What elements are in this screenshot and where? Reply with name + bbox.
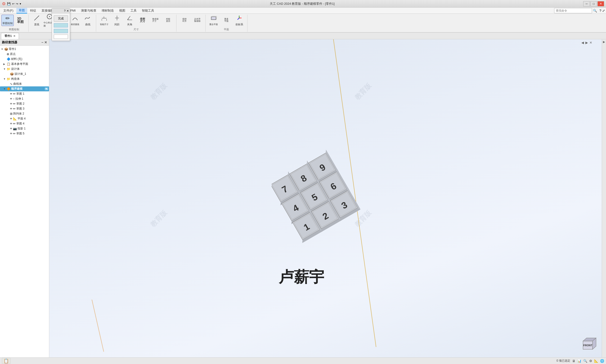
tree-item-array2[interactable]: ⊞ 阵列体 2 <box>0 111 49 116</box>
close-button[interactable]: ✕ <box>597 1 604 6</box>
coord-system-button[interactable]: 坐标系 <box>233 15 245 26</box>
remove-align-icon: 从对齐集移除 <box>194 18 201 22</box>
expand-icon[interactable]: ⤢ <box>602 9 605 13</box>
tree-item-extrude1[interactable]: 👁 ↑ 拉伸 1 <box>0 96 49 101</box>
tab-close-button[interactable]: ✕ <box>13 35 15 38</box>
tree-label-design-body-1: 设计体_1 <box>14 72 26 76</box>
toolbar-group-align: 保持对齐 从对齐集移除 <box>178 15 205 32</box>
search-icon[interactable]: 🔍 <box>593 9 597 13</box>
coord-dim-button[interactable]: 坐标尺寸 <box>136 15 149 26</box>
tree-item-sequential[interactable]: ▼ 🔶 顺序建模 ✎ <box>0 86 49 91</box>
tree-arrow: ▼ <box>3 78 7 80</box>
angle-coord-button[interactable]: 角坐标尺寸 <box>149 15 162 26</box>
tree-item-sketch3[interactable]: 👁 ✏ 草图 3 <box>0 106 49 111</box>
quick-undo[interactable]: ↩ <box>12 2 14 5</box>
angle-label: 夹角 <box>127 23 132 26</box>
toolbar-group-sketch: ✏ 草图绘制 3D草图 草图绘制 <box>1 15 29 32</box>
orientation-cube[interactable]: FRONT <box>579 335 595 350</box>
tree-item-curve-body[interactable]: ∿ 曲线体 <box>0 81 49 86</box>
keep-align-button[interactable]: 保持对齐 <box>178 15 191 26</box>
menu-feature[interactable]: 特征 <box>28 8 39 13</box>
search-input[interactable] <box>554 8 592 13</box>
tree-item-sketch2[interactable]: 👁 ✏ 草图 2 <box>0 101 49 106</box>
line-button[interactable]: 直线 <box>30 15 43 26</box>
tree-item-design-body-1[interactable]: 📦 设计体_1 <box>0 71 49 77</box>
remove-align-button[interactable]: 从对齐集移除 <box>191 15 203 26</box>
menu-sketch[interactable]: 草图 <box>16 8 27 13</box>
tree-item-plane4[interactable]: 👁 📐 平面 4 <box>0 116 49 121</box>
menu-view[interactable]: 视图 <box>117 8 128 13</box>
tree-item-origin[interactable]: ⊕ 原点 <box>0 52 49 57</box>
design-body-icon: 📁 <box>7 67 10 71</box>
sketch-draw-button[interactable]: ✏ 草图绘制 <box>1 15 14 26</box>
line-label: 直线 <box>34 23 39 26</box>
line-icon <box>33 15 40 22</box>
tab-part1[interactable]: 零件1 ✕ <box>1 33 19 39</box>
coincident-plane-button[interactable]: 重合平面 <box>207 15 220 26</box>
tree-item-material[interactable]: 🔷 材料 (无) <box>0 57 49 62</box>
zoom-icon[interactable]: 🔍 <box>583 359 587 363</box>
toolbar-group-plane-label: 平面 <box>224 28 229 31</box>
tree-item-design-body[interactable]: ▼ 📁 设计体 <box>0 66 49 71</box>
tree-label-origin: 原点 <box>10 52 16 56</box>
tree-item-part1[interactable]: ▼ 📦 零件1 <box>0 47 49 52</box>
chart-icon[interactable]: 📊 <box>577 359 581 363</box>
tree-item-ref-planes[interactable]: ▶ 📋 基本参考平面 <box>0 62 49 66</box>
sidebar-header-buttons: − ✕ <box>41 40 47 44</box>
menu-file[interactable]: 文件(F) <box>1 8 16 13</box>
help-icon[interactable]: ? <box>599 9 601 13</box>
menu-additive[interactable]: 增材制造 <box>99 8 116 13</box>
minimize-button[interactable]: ─ <box>583 1 590 6</box>
quick-access[interactable]: 💾 <box>7 2 11 5</box>
extrude1-vis-icon: 👁 <box>10 98 12 100</box>
sketch-3d-button[interactable]: 3D草图 <box>14 15 27 26</box>
gear-status-icon[interactable]: ⚙ <box>589 359 592 363</box>
smart-dim-button[interactable]: A 智能尺寸 <box>98 15 110 26</box>
menu-smart-tools[interactable]: 智能工具 <box>139 8 157 13</box>
float-dialog-help-icon[interactable]: ? <box>64 9 66 13</box>
tree-label-project1: 投影 1 <box>17 127 26 131</box>
right-panel-scroll[interactable]: ▶ <box>603 40 605 44</box>
model-svg: 7 8 <box>272 149 366 244</box>
close-view-icon[interactable]: ✕ <box>589 41 592 44</box>
float-dialog-input-1[interactable] <box>54 23 68 27</box>
monitor-icon[interactable]: 🖥 <box>572 359 576 363</box>
more-planes-button[interactable]: 更多平面 <box>220 15 232 26</box>
menu-tools[interactable]: 工具 <box>128 8 139 13</box>
next-arrow[interactable]: ▶ <box>585 41 588 44</box>
tree-item-sketch1[interactable]: 👁 ✏ 草图 1 <box>0 91 49 96</box>
restore-button[interactable]: □ <box>590 1 597 6</box>
tree-item-sketch4[interactable]: 👁 ✏ 草图 4 <box>0 121 49 126</box>
diameter-button[interactable]: 对标直径 <box>162 15 174 26</box>
globe-icon[interactable]: 🌐 <box>600 359 604 363</box>
svg-text:A: A <box>103 16 105 18</box>
spacing-button[interactable]: 间距 <box>111 15 123 26</box>
sidebar-collapse-button[interactable]: − <box>41 40 43 44</box>
ruler-icon[interactable]: 📐 <box>594 359 598 363</box>
prev-arrow[interactable]: ◀ <box>581 41 584 44</box>
float-dialog-done-button[interactable]: 完成 <box>54 15 68 22</box>
sketch1-icon: ✏ <box>13 92 16 96</box>
align-buttons: 保持对齐 从对齐集移除 <box>178 15 203 26</box>
viewport[interactable]: ◀ ▶ ✕ 教育版 教育版 教育版 教育版 <box>49 39 602 357</box>
tree-item-project1[interactable]: 👁 📷 投影 1 <box>0 126 49 131</box>
sidebar-close-button[interactable]: ✕ <box>44 40 47 44</box>
arc-button[interactable]: 相切圆弧 <box>69 15 81 26</box>
statusbar-left: 📋 <box>2 358 10 364</box>
app-title: 天工 CAD 2024 教育版 - 顺序建模零件 - [零件1] <box>21 2 583 6</box>
float-dialog-input-2[interactable] <box>54 29 68 33</box>
tree-item-construct-body[interactable]: ▼ 📁 构造体 <box>0 77 49 81</box>
orientation-cube-svg: FRONT <box>579 335 598 354</box>
diameter-icon: 对标直径 <box>166 18 170 22</box>
menu-measure[interactable]: 测量与检查 <box>79 8 99 13</box>
tree-label-part1: 零件1 <box>9 47 16 51</box>
float-dialog-close-icon[interactable]: ✕ <box>67 9 69 13</box>
angle-button[interactable]: 夹角 <box>124 15 136 26</box>
spline-button[interactable]: 曲线 <box>82 15 94 26</box>
app-logo: ⚙ <box>2 1 6 6</box>
float-dialog-input-3[interactable] <box>54 35 68 39</box>
quick-redo[interactable]: ↪ <box>16 2 18 5</box>
more-planes-icon: 更多平面 <box>224 18 229 22</box>
toolbar: ✏ 草图绘制 3D草图 草图绘制 直线 中心和点画圆 <box>0 14 606 33</box>
tree-item-sketch5[interactable]: 👁 ✏ 草图 5 <box>0 131 49 136</box>
